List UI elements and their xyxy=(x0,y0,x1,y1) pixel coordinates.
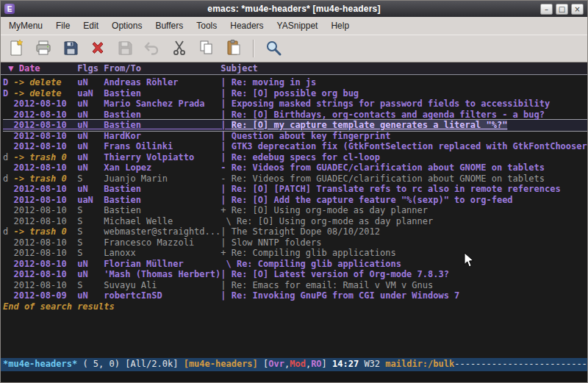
col-prefix xyxy=(3,99,13,109)
title-bar[interactable]: E emacs: *mu4e-headers* [mu4e-headers] –… xyxy=(1,1,587,17)
col-flags: S xyxy=(77,237,104,248)
message-row[interactable]: 2012-08-10 uN Frans Oilinki | GTK3 depre… xyxy=(3,141,587,152)
message-row[interactable]: 2012-08-10 uN Bastien | Re: [O] Birthday… xyxy=(3,110,587,121)
menu-item-edit[interactable]: Edit xyxy=(76,18,105,34)
col-from: Francesco Mazzoli xyxy=(104,237,220,248)
message-row[interactable]: d -> trash 0 S Juanjo Marin - Re: Videos… xyxy=(3,173,587,185)
menu-item-tools[interactable]: Tools xyxy=(190,18,223,34)
col-sep: | xyxy=(220,269,231,279)
message-row[interactable]: 2012-08-10 uN HardKor | Question about k… xyxy=(3,131,587,142)
message-row[interactable]: 2012-08-10 S Michael Welle \ Re: [O] Usi… xyxy=(3,216,587,227)
mode-line[interactable]: *mu4e-headers* ( 5, 0) [All/2.0k] [mu4e-… xyxy=(1,358,587,371)
search-icon xyxy=(265,39,282,59)
col-sep: + xyxy=(220,248,231,258)
copy-icon xyxy=(198,39,215,59)
col-flags: uN xyxy=(77,152,104,162)
menu-item-help[interactable]: Help xyxy=(324,18,356,34)
message-row[interactable]: d -> trash 0 S webmaster@straightd...| T… xyxy=(3,226,587,237)
echo-area[interactable] xyxy=(1,371,587,382)
toolbar-save-as-button xyxy=(114,37,136,60)
emacs-icon: E xyxy=(4,4,15,14)
modeline-segment: W32 xyxy=(364,359,385,369)
col-flags: uN xyxy=(77,110,104,120)
col-sep: - xyxy=(220,162,231,173)
col-date: 2012-08-10 xyxy=(13,99,77,109)
col-date: -> trash 0 xyxy=(13,173,77,184)
col-sep: | xyxy=(220,141,231,151)
menu-item-buffers[interactable]: Buffers xyxy=(148,18,190,34)
col-prefix xyxy=(3,205,13,215)
message-row[interactable]: 2012-08-09 uN robertcInSD | Re: Invoking… xyxy=(3,290,587,301)
message-row[interactable]: 2012-08-10 uN Bastien | Re: [O] [PATCH] … xyxy=(3,184,587,195)
col-sep: - xyxy=(220,173,231,184)
close-button[interactable]: × xyxy=(571,4,584,15)
maximize-button[interactable]: □ xyxy=(556,4,568,15)
toolbar xyxy=(1,35,587,62)
message-row[interactable]: 2012-08-10 uN Bastien | Re: [O] my captu… xyxy=(3,120,587,131)
toolbar-copy-button[interactable] xyxy=(196,37,218,60)
col-sep: | xyxy=(220,290,231,301)
message-row[interactable]: 2012-08-10 S Suvayu Ali | Re: Emacs for … xyxy=(3,280,587,291)
column-header-date[interactable]: ▼ Date xyxy=(8,63,40,74)
menu-item-mymenu[interactable]: MyMenu xyxy=(2,18,49,34)
message-row[interactable]: d -> trash 0 uN Thierry Volpiatto | Re: … xyxy=(3,152,587,163)
message-row[interactable]: 2012-08-10 uN Xan Lopez - Re: Videos fro… xyxy=(3,162,587,173)
end-of-results: End of search results xyxy=(3,301,587,312)
col-subject: GTK3 deprecation fix (GtkFontSelection r… xyxy=(232,141,587,151)
col-from: HardKor xyxy=(104,131,220,141)
col-from: Frans Oilinki xyxy=(104,141,220,151)
toolbar-search-button[interactable] xyxy=(262,37,284,60)
emacs-window: E emacs: *mu4e-headers* [mu4e-headers] –… xyxy=(0,0,588,383)
message-row[interactable]: 2012-08-10 uN Florian Müllner \ Re: Comp… xyxy=(3,259,587,270)
toolbar-close-button[interactable] xyxy=(87,37,109,60)
message-row[interactable]: 2012-08-10 uN 'Mash (Thomas Herbert)| Re… xyxy=(3,269,587,280)
minimize-button[interactable]: – xyxy=(540,4,553,15)
column-header-flags[interactable]: Flgs xyxy=(77,63,98,74)
message-row[interactable]: 2012-08-10 uaN Bastien | Re: [O] Add the… xyxy=(3,195,587,206)
toolbar-undo-button xyxy=(141,37,163,60)
col-flags: S xyxy=(77,280,104,290)
headers-buffer[interactable]: D -> delete uN Andreas Röhler | Re: movi… xyxy=(1,75,587,358)
col-subject: Re: [O] Add the capture feature "%(sexp)… xyxy=(232,195,513,205)
message-row[interactable]: D -> delete uaN Bastien | Re: [O] possib… xyxy=(3,88,587,99)
save-as-icon xyxy=(116,39,134,59)
col-flags: uN xyxy=(77,184,104,194)
col-subject: Re: moving in js xyxy=(232,77,317,87)
col-prefix xyxy=(3,248,13,258)
col-subject: Re: [O] Latest version of Org-mode 7.8.3… xyxy=(232,269,449,279)
toolbar-new-file-button[interactable] xyxy=(5,37,27,60)
col-sep: | xyxy=(220,226,231,237)
col-from: 'Mash (Thomas Herbert) xyxy=(104,269,220,279)
col-subject: Re: [O] Birthdays, org-contacts and agen… xyxy=(232,110,545,120)
col-prefix xyxy=(3,162,13,173)
col-flags: uN xyxy=(77,141,104,151)
menu-item-yasnippet[interactable]: YASnippet xyxy=(270,18,325,34)
toolbar-paste-button[interactable] xyxy=(223,37,245,60)
message-row[interactable]: 2012-08-10 S Lanoxx + Re: Compiling glib… xyxy=(3,248,587,259)
menu-item-headers[interactable]: Headers xyxy=(223,18,270,34)
column-header-from[interactable]: From/To xyxy=(104,63,141,74)
col-from: Bastien xyxy=(104,205,220,215)
toolbar-print-button[interactable] xyxy=(32,37,54,60)
col-sep: \ xyxy=(220,259,237,269)
menu-item-options[interactable]: Options xyxy=(105,18,148,34)
col-from: Bastien xyxy=(104,195,220,205)
col-from: Thierry Volpiatto xyxy=(104,152,220,162)
col-subject: Re: Videos from GUADEC/clarification abo… xyxy=(232,162,545,173)
message-row[interactable]: 2012-08-10 S Francesco Mazzoli | Slow NN… xyxy=(3,237,587,248)
column-header-subject[interactable]: Subject xyxy=(220,63,258,74)
col-from: webmaster@straightd... xyxy=(104,226,220,237)
col-prefix: D xyxy=(3,88,13,99)
message-row[interactable]: 2012-08-10 S Bastien + Re: [O] Using org… xyxy=(3,205,587,216)
modeline-segment: RO xyxy=(311,359,321,369)
col-sep: | xyxy=(220,120,231,130)
col-date: -> delete xyxy=(13,77,77,87)
menu-item-file[interactable]: File xyxy=(49,18,76,34)
modeline-segment: -------------------------------------- xyxy=(454,359,587,369)
col-from: robertcInSD xyxy=(104,290,220,301)
col-subject: Re: edebug specs for cl-loop xyxy=(232,152,380,162)
toolbar-cut-button[interactable] xyxy=(168,37,190,60)
toolbar-save-button[interactable] xyxy=(60,37,82,60)
message-row[interactable]: 2012-08-10 uN Mario Sanchez Prada | Expo… xyxy=(3,99,587,110)
message-row[interactable]: D -> delete uN Andreas Röhler | Re: movi… xyxy=(3,77,587,88)
